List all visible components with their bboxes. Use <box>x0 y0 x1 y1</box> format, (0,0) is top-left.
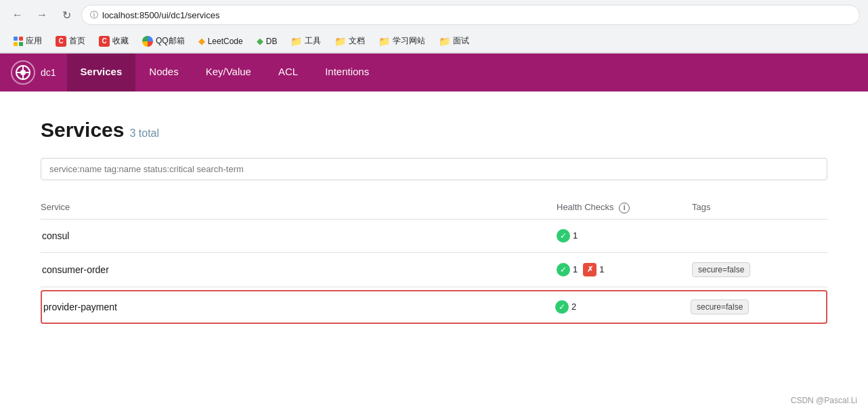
header-service: Service <box>41 202 557 213</box>
dc-label: dc1 <box>41 67 56 78</box>
check-pass-icon: ✓ <box>557 229 570 243</box>
passing-count-consumer-order: 1 <box>573 264 578 274</box>
services-table: Service Health Checks i Tags consul ✓ 1 … <box>41 197 827 324</box>
check-pass-icon: ✓ <box>555 300 569 314</box>
lock-icon: ⓘ <box>90 9 98 21</box>
bookmarks-bar: 应用 C 首页 C 收藏 QQ邮箱 ◆ LeetCode ◆ DB 📁 工具 📁… <box>0 30 868 53</box>
address-bar[interactable]: ⓘ localhost:8500/ui/dc1/services <box>81 5 860 25</box>
back-button[interactable]: ← <box>8 5 27 24</box>
study-folder-icon: 📁 <box>378 36 390 47</box>
qqmail-icon <box>142 36 153 47</box>
bookmark-apps-label: 应用 <box>26 35 42 47</box>
page-title: Services <box>41 119 124 142</box>
nav-item-acl[interactable]: ACL <box>265 54 311 91</box>
bookmark-interview[interactable]: 📁 面试 <box>433 33 475 49</box>
bookmark-leetcode-label: LeetCode <box>208 37 243 46</box>
interview-folder-icon: 📁 <box>439 36 450 47</box>
header-tags: Tags <box>692 202 827 213</box>
health-checks-info-icon[interactable]: i <box>619 203 630 213</box>
table-row[interactable]: consumer-order ✓ 1 ✗ 1 secure=false <box>41 253 827 287</box>
browser-chrome: ← → ↻ ⓘ localhost:8500/ui/dc1/services 应… <box>0 0 868 54</box>
failing-badge-consumer-order: ✗ 1 <box>583 263 604 276</box>
bookmark-apps[interactable]: 应用 <box>8 33 47 49</box>
health-checks-consumer-order: ✓ 1 ✗ 1 <box>557 263 692 276</box>
health-checks-consul: ✓ 1 <box>557 229 692 243</box>
svg-point-1 <box>20 70 26 75</box>
passing-badge-consul: ✓ 1 <box>557 229 578 243</box>
url-text: localhost:8500/ui/dc1/services <box>102 10 219 20</box>
browser-toolbar: ← → ↻ ⓘ localhost:8500/ui/dc1/services <box>0 0 868 30</box>
nav-item-intentions[interactable]: Intentions <box>311 54 383 91</box>
bookmark-db-label: DB <box>266 37 278 46</box>
bookmark-homepage-label: 首页 <box>69 35 85 47</box>
bookmark-interview-label: 面试 <box>453 35 469 47</box>
nav-item-nodes[interactable]: Nodes <box>135 54 192 91</box>
logo-icon <box>11 60 35 85</box>
table-row[interactable]: consul ✓ 1 <box>41 220 827 253</box>
bookmark-docs[interactable]: 📁 文档 <box>329 33 370 49</box>
tools-folder-icon: 📁 <box>290 36 302 47</box>
bookmark-favorites[interactable]: C 收藏 <box>93 33 134 49</box>
check-pass-icon: ✓ <box>557 263 570 276</box>
forward-button[interactable]: → <box>32 5 51 24</box>
bookmark-tools-label: 工具 <box>305 35 321 47</box>
check-fail-icon: ✗ <box>583 263 596 276</box>
failing-count-consumer-order: 1 <box>599 264 604 274</box>
nav-item-keyvalue[interactable]: Key/Value <box>192 54 265 91</box>
tags-consumer-order: secure=false <box>692 262 827 277</box>
bookmark-tools[interactable]: 📁 工具 <box>285 33 326 49</box>
bookmark-leetcode[interactable]: ◆ LeetCode <box>193 34 248 48</box>
bookmark-qqmail-label: QQ邮箱 <box>156 35 185 47</box>
docs-folder-icon: 📁 <box>334 36 346 47</box>
bookmark-docs-label: 文档 <box>349 35 365 47</box>
tag-badge: secure=false <box>691 300 749 314</box>
page-header: Services 3 total <box>41 119 827 142</box>
leetcode-icon: ◆ <box>198 36 205 46</box>
service-name-consumer-order: consumer-order <box>41 264 557 275</box>
bookmark-study[interactable]: 📁 学习网站 <box>373 33 431 49</box>
passing-count-provider-payment: 2 <box>571 302 576 312</box>
favorites-icon: C <box>99 36 110 47</box>
nav-item-services[interactable]: Services <box>67 54 136 91</box>
db-icon: ◆ <box>257 36 263 46</box>
reload-button[interactable]: ↻ <box>57 5 76 24</box>
apps-grid-icon <box>14 37 23 46</box>
passing-badge-provider-payment: ✓ 2 <box>555 300 576 314</box>
health-checks-provider-payment: ✓ 2 <box>555 300 691 314</box>
total-count: 3 total <box>129 127 159 140</box>
bookmark-homepage[interactable]: C 首页 <box>50 33 91 49</box>
table-row[interactable]: provider-payment ✓ 2 secure=false <box>41 290 827 324</box>
search-input[interactable] <box>41 158 827 180</box>
bookmark-qqmail[interactable]: QQ邮箱 <box>137 33 190 49</box>
bookmark-db[interactable]: ◆ DB <box>251 34 283 48</box>
app-nav: dc1 Services Nodes Key/Value ACL Intenti… <box>0 54 868 91</box>
passing-count-consul: 1 <box>573 230 578 241</box>
bookmark-favorites-label: 收藏 <box>112 35 129 47</box>
service-name-consul: consul <box>41 230 557 241</box>
main-content: Services 3 total Service Health Checks i… <box>0 91 868 354</box>
service-name-provider-payment: provider-payment <box>42 302 555 312</box>
header-health-checks: Health Checks i <box>557 202 692 213</box>
homepage-icon: C <box>56 36 66 47</box>
table-header: Service Health Checks i Tags <box>41 197 827 220</box>
passing-badge-consumer-order: ✓ 1 <box>557 263 578 276</box>
nav-items: Services Nodes Key/Value ACL Intentions <box>67 54 383 91</box>
tag-badge: secure=false <box>692 262 750 277</box>
app-logo: dc1 <box>11 60 56 85</box>
tags-provider-payment: secure=false <box>691 300 826 314</box>
bookmark-study-label: 学习网站 <box>393 35 425 47</box>
